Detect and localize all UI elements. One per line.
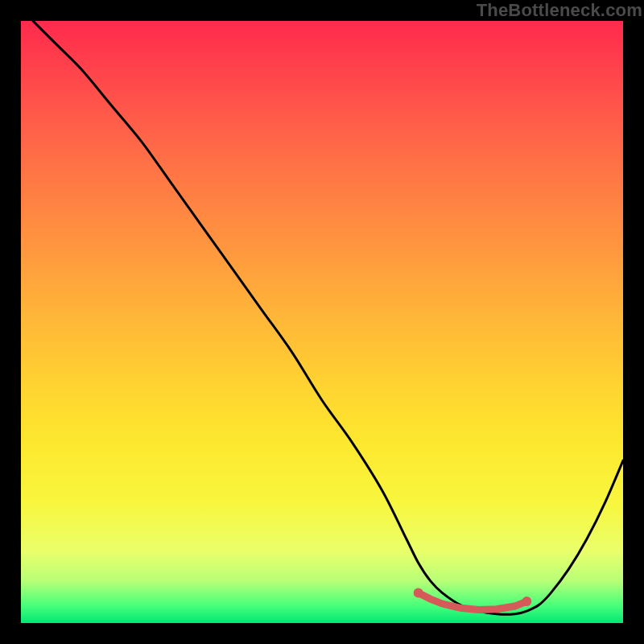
watermark-text: TheBottleneck.com [477,0,642,21]
chart-frame [21,21,623,623]
chart-gradient-background [21,21,623,623]
